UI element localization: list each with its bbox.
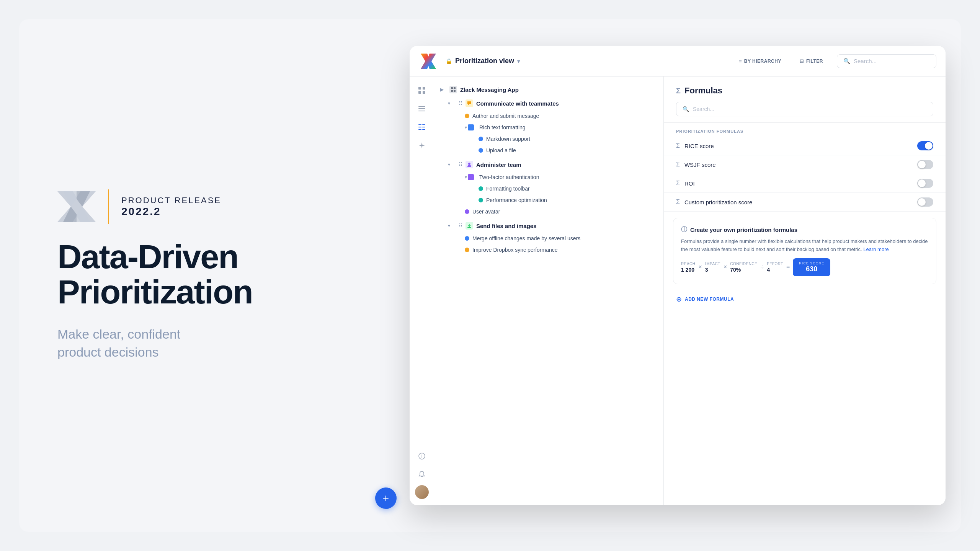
group-send-files-header[interactable]: ▾ ⠿ Send files and images — [434, 219, 663, 233]
communicate-label: Communicate with teammates — [476, 100, 559, 107]
sidebar-icon-info[interactable]: i — [414, 448, 430, 464]
rice-confidence: CONFIDENCE 70% — [730, 262, 757, 273]
by-hierarchy-btn[interactable]: ≡ BY HIERARCHY — [734, 56, 786, 66]
op-divide: ÷ — [760, 264, 764, 271]
sidebar-bottom: i — [414, 448, 430, 499]
chevron-icon: ▶ — [440, 87, 446, 92]
feature-upload[interactable]: Upload a file — [448, 145, 663, 156]
lock-icon: 🔒 — [446, 58, 452, 64]
content-area: i ▶ Zlack Messa — [410, 77, 946, 505]
svg-rect-26 — [454, 90, 456, 92]
roi-label: ROI — [684, 180, 917, 187]
feature-toolbar[interactable]: Formatting toolbar — [448, 183, 663, 194]
info-card-body: Formulas provide a single number with fl… — [681, 238, 928, 254]
feature-group-send-files: ▾ ⠿ Send files and images Merge offline … — [434, 219, 663, 256]
plus-circle-icon: ⊕ — [676, 295, 682, 303]
svg-rect-23 — [451, 87, 453, 89]
add-new-formula-btn[interactable]: ⊕ ADD NEW FORMULA — [664, 290, 946, 308]
sigma-rice: Σ — [676, 142, 680, 149]
author-label: Author and submit message — [472, 113, 539, 119]
dots-send-files: ⠿ — [459, 223, 462, 229]
dots-communicate: ⠿ — [459, 100, 462, 106]
svg-text:i: i — [421, 454, 422, 459]
feature-group-communicate: ▾ ⠿ Communicate with teammates Author an… — [434, 96, 663, 156]
learn-more-link[interactable]: Learn more — [863, 246, 889, 252]
feature-perf-opt[interactable]: Performance optimization — [448, 194, 663, 206]
rice-score-box: RICE SCORE 630 — [793, 258, 830, 276]
administer-label: Administer team — [476, 161, 521, 168]
sigma-wsjf: Σ — [676, 161, 680, 168]
sidebar-icon-sparkle[interactable] — [414, 138, 430, 153]
formulas-panel: Σ Formulas 🔍 Search... PRIORITIZATION FO… — [664, 77, 946, 505]
top-bar: 🔒 Prioritization view ▾ ≡ BY HIERARCHY ⊟… — [410, 46, 946, 77]
formula-rice: Σ RICE score — [664, 137, 946, 155]
svg-rect-14 — [418, 111, 425, 111]
sidebar-icon-bell[interactable] — [414, 467, 430, 482]
logo-area: PRODUCT RELEASE 2022.2 — [57, 189, 325, 224]
dot-author — [465, 114, 469, 118]
feature-group-administer: ▾ ⠿ Administer team ▾ Two-factor authent… — [434, 158, 663, 217]
svg-point-27 — [468, 163, 470, 165]
feature-merge[interactable]: Merge offline changes made by several us… — [434, 233, 663, 244]
rice-toggle[interactable] — [917, 141, 933, 150]
toolbar-label: Formatting toolbar — [486, 186, 530, 192]
view-title[interactable]: 🔒 Prioritization view ▾ — [446, 57, 520, 65]
formula-roi: Σ ROI — [664, 174, 946, 193]
dot-dropbox — [465, 248, 469, 252]
svg-rect-17 — [418, 127, 421, 127]
product-release-label: PRODUCT RELEASE — [121, 196, 221, 205]
custom-toggle[interactable] — [917, 197, 933, 207]
feature-markdown[interactable]: Markdown support — [448, 133, 663, 145]
subgroup-rich-text-header[interactable]: ▾ Rich text formatting — [448, 122, 663, 133]
send-files-icon — [466, 222, 473, 230]
wsjf-toggle[interactable] — [917, 160, 933, 169]
feature-author-submit[interactable]: Author and submit message — [434, 110, 663, 122]
subheadline: Make clear, confidentproduct decisions — [57, 325, 325, 362]
chevron-send-files: ▾ — [448, 223, 454, 228]
rice-effort: EFFORT 4 — [767, 262, 783, 273]
app-icon — [449, 86, 457, 93]
filter-icon: ⊟ — [800, 58, 804, 64]
info-card-title: ⓘ Create your own prioritization formula… — [681, 226, 928, 234]
op-multiply-1: × — [699, 264, 702, 271]
fab-add-button[interactable]: + — [375, 487, 397, 509]
toggle-knob-wsjf — [918, 161, 926, 168]
op-equals: = — [786, 264, 790, 271]
subgroup-2fa-header[interactable]: ▾ Two-factor authentication — [448, 171, 663, 183]
search-box[interactable]: 🔍 Search... — [837, 54, 936, 68]
dot-merge — [465, 236, 469, 241]
product-release-version: 2022.2 — [121, 205, 221, 218]
sigma-roi: Σ — [676, 180, 680, 187]
group-communicate-header[interactable]: ▾ ⠿ Communicate with teammates — [434, 96, 663, 110]
svg-rect-28 — [467, 227, 471, 228]
sidebar-icon-list1[interactable] — [414, 101, 430, 116]
sidebar-icon-grid[interactable] — [414, 83, 430, 98]
toggle-knob-custom — [918, 198, 926, 206]
svg-rect-8 — [418, 87, 421, 90]
filter-btn[interactable]: ⊟ FILTER — [795, 56, 828, 66]
feature-dropbox[interactable]: Improve Dropbox sync performance — [434, 244, 663, 256]
dot-avatar — [465, 209, 469, 214]
feature-user-avatar[interactable]: User avatar — [434, 206, 663, 217]
rice-impact: IMPACT 3 — [705, 262, 720, 273]
svg-rect-20 — [422, 129, 425, 130]
chevron-2fa: ▾ — [454, 174, 465, 180]
formula-custom: Σ Custom prioritization score — [664, 193, 946, 212]
formulas-search[interactable]: 🔍 Search... — [676, 102, 933, 116]
info-circle-icon: ⓘ — [681, 226, 687, 234]
sigma-icon: Σ — [676, 86, 681, 95]
rice-reach: REACH 1 200 — [681, 262, 696, 273]
formulas-header: Σ Formulas 🔍 Search... — [664, 77, 946, 123]
group-administer-header[interactable]: ▾ ⠿ Administer team — [434, 158, 663, 171]
dot-upload — [479, 148, 483, 153]
dot-markdown — [479, 137, 483, 141]
app-logo-icon — [419, 52, 438, 71]
subgroup-2fa: ▾ Two-factor authentication Formatting t… — [434, 171, 663, 206]
roi-toggle[interactable] — [917, 179, 933, 188]
rice-formula-display: REACH 1 200 × IMPACT 3 × CONFIDENCE 70% — [681, 258, 928, 276]
product-release-text: PRODUCT RELEASE 2022.2 — [121, 196, 221, 218]
communicate-icon — [466, 99, 473, 107]
app-name-header[interactable]: ▶ Zlack Messaging App — [434, 83, 663, 96]
user-avatar[interactable] — [415, 485, 429, 499]
sidebar-icon-list2[interactable] — [414, 119, 430, 135]
